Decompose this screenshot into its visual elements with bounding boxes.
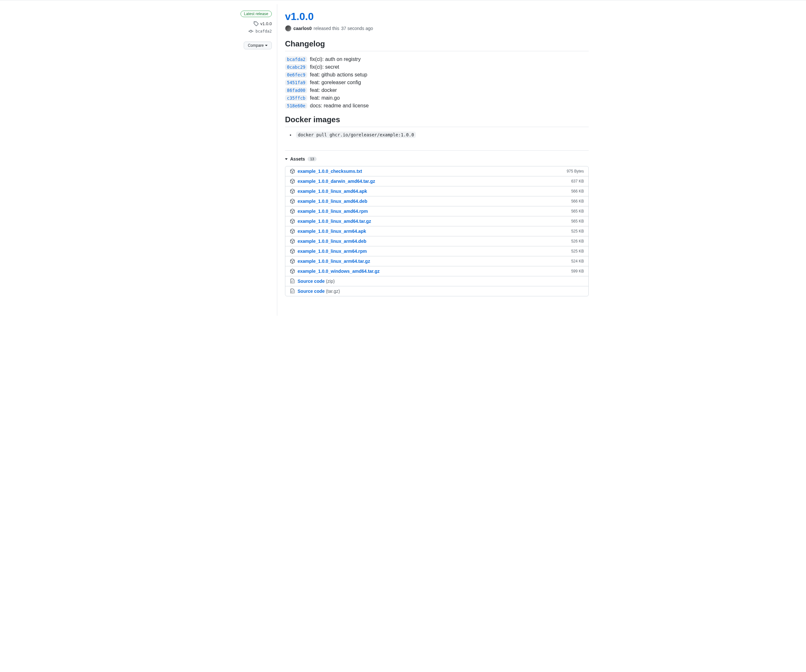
docker-heading: Docker images	[285, 115, 589, 127]
package-icon	[290, 219, 295, 224]
commit-sha-link[interactable]: bcafda2	[285, 56, 307, 62]
asset-size: 525 KB	[571, 229, 584, 233]
asset-name: example_1.0.0_linux_amd64.rpm	[297, 209, 368, 214]
avatar[interactable]	[285, 25, 291, 31]
assets-table: example_1.0.0_checksums.txt975 Bytesexam…	[285, 166, 589, 296]
package-icon	[290, 209, 295, 214]
commit-sha-link[interactable]: 0cabc29	[285, 64, 307, 70]
package-icon	[290, 199, 295, 204]
asset-link[interactable]: example_1.0.0_linux_amd64.deb	[290, 199, 367, 204]
latest-release-badge: Latest release	[241, 11, 272, 17]
asset-name: Source code (zip)	[297, 279, 335, 284]
docker-list-item: docker pull ghcr.io/goreleaser/example:1…	[295, 132, 589, 137]
commit-sha-link[interactable]: 518e60e	[285, 103, 307, 109]
commit-message: feat: docker	[310, 88, 337, 93]
asset-link[interactable]: example_1.0.0_windows_amd64.tar.gz	[290, 269, 380, 274]
release-title[interactable]: v1.0.0	[285, 11, 589, 23]
commit-sha-link[interactable]: 86fad00	[285, 88, 307, 93]
asset-name: example_1.0.0_linux_amd64.deb	[297, 199, 367, 204]
asset-link[interactable]: example_1.0.0_linux_amd64.apk	[290, 189, 367, 194]
time-ago: 37 seconds ago	[341, 26, 373, 31]
tag-link[interactable]: v1.0.0	[215, 21, 272, 26]
asset-link[interactable]: example_1.0.0_linux_arm64.rpm	[290, 249, 367, 254]
asset-link[interactable]: example_1.0.0_darwin_amd64.tar.gz	[290, 178, 375, 184]
asset-row: example_1.0.0_linux_arm64.apk525 KB	[285, 226, 588, 236]
compare-button[interactable]: Compare	[244, 41, 272, 50]
asset-size: 566 KB	[571, 189, 584, 193]
asset-name: example_1.0.0_linux_amd64.tar.gz	[297, 219, 371, 224]
asset-name: example_1.0.0_linux_arm64.tar.gz	[297, 259, 370, 264]
asset-size: 525 KB	[571, 249, 584, 253]
tag-icon	[253, 21, 259, 26]
changelog-heading: Changelog	[285, 40, 589, 51]
released-text: released this	[314, 26, 339, 31]
asset-row: example_1.0.0_checksums.txt975 Bytes	[285, 167, 588, 177]
release-main: v1.0.0 caarlos0 released this 37 seconds…	[277, 4, 596, 316]
commit-message: feat: goreleaser config	[310, 80, 361, 86]
file-zip-icon	[290, 289, 295, 294]
asset-row: example_1.0.0_linux_arm64.tar.gz524 KB	[285, 256, 588, 266]
asset-name: example_1.0.0_linux_arm64.apk	[297, 229, 366, 234]
asset-size: 526 KB	[571, 239, 584, 243]
changelog-item: 5451fa9feat: goreleaser config	[285, 80, 589, 86]
asset-name: Source code (tar.gz)	[297, 289, 340, 294]
file-zip-icon	[290, 279, 295, 284]
asset-size: 599 KB	[571, 269, 584, 273]
asset-link[interactable]: Source code (tar.gz)	[290, 289, 340, 294]
package-icon	[290, 259, 295, 264]
commit-message: fix(ci): auth on registry	[310, 56, 360, 62]
assets-label: Assets	[290, 157, 305, 162]
commit-message: feat: main.go	[310, 95, 340, 101]
changelog-item: 0e6fec9feat: github actions setup	[285, 72, 589, 78]
commit-sha-link[interactable]: 0e6fec9	[285, 72, 307, 78]
asset-row: Source code (tar.gz)	[285, 286, 588, 296]
commit-sha-link[interactable]: 5451fa9	[285, 80, 307, 86]
asset-row: example_1.0.0_darwin_amd64.tar.gz637 KB	[285, 177, 588, 187]
asset-row: example_1.0.0_linux_amd64.deb566 KB	[285, 196, 588, 206]
docker-list: docker pull ghcr.io/goreleaser/example:1…	[285, 132, 589, 137]
package-icon	[290, 249, 295, 254]
asset-row: example_1.0.0_linux_amd64.rpm565 KB	[285, 206, 588, 216]
asset-name: example_1.0.0_linux_arm64.deb	[297, 239, 366, 244]
commit-icon	[248, 29, 253, 34]
asset-ext: (tar.gz)	[325, 289, 340, 294]
commit-link[interactable]: bcafda2	[215, 29, 272, 34]
asset-row: example_1.0.0_windows_amd64.tar.gz599 KB	[285, 266, 588, 276]
asset-size: 565 KB	[571, 219, 584, 223]
caret-down-icon	[265, 45, 268, 46]
asset-row: example_1.0.0_linux_arm64.deb526 KB	[285, 236, 588, 246]
package-icon	[290, 189, 295, 194]
asset-name: example_1.0.0_darwin_amd64.tar.gz	[297, 178, 375, 184]
author-row: caarlos0 released this 37 seconds ago	[285, 25, 589, 31]
asset-row: Source code (zip)	[285, 276, 588, 286]
author-link[interactable]: caarlos0	[293, 26, 312, 31]
compare-label: Compare	[248, 43, 264, 48]
assets-toggle[interactable]: Assets 13	[285, 157, 589, 162]
asset-link[interactable]: example_1.0.0_linux_arm64.tar.gz	[290, 259, 370, 264]
asset-name: example_1.0.0_checksums.txt	[297, 168, 362, 174]
release-sidebar: Latest release v1.0.0 bcafda2 Compare	[210, 4, 277, 316]
asset-name: example_1.0.0_linux_amd64.apk	[297, 189, 367, 194]
asset-link[interactable]: example_1.0.0_linux_arm64.apk	[290, 229, 366, 234]
changelog-item: 518e60edocs: readme and license	[285, 103, 589, 109]
asset-size: 566 KB	[571, 199, 584, 203]
asset-link[interactable]: example_1.0.0_checksums.txt	[290, 168, 362, 174]
asset-size: 637 KB	[571, 179, 584, 183]
triangle-down-icon	[285, 159, 287, 160]
asset-ext: (zip)	[325, 279, 335, 284]
commit-message: fix(ci): secret	[310, 64, 339, 70]
asset-link[interactable]: example_1.0.0_linux_amd64.rpm	[290, 209, 368, 214]
changelog-item: 86fad00feat: docker	[285, 88, 589, 93]
asset-size: 565 KB	[571, 209, 584, 213]
assets-count-badge: 13	[307, 157, 317, 161]
commit-sha-link[interactable]: c35ffcb	[285, 95, 307, 101]
commit-sha: bcafda2	[255, 29, 272, 33]
asset-link[interactable]: Source code (zip)	[290, 279, 335, 284]
commit-message: docs: readme and license	[310, 103, 368, 109]
asset-link[interactable]: example_1.0.0_linux_arm64.deb	[290, 239, 366, 244]
changelog-item: c35ffcbfeat: main.go	[285, 95, 589, 101]
package-icon	[290, 178, 295, 184]
asset-row: example_1.0.0_linux_amd64.tar.gz565 KB	[285, 216, 588, 226]
package-icon	[290, 168, 295, 174]
asset-link[interactable]: example_1.0.0_linux_amd64.tar.gz	[290, 219, 371, 224]
